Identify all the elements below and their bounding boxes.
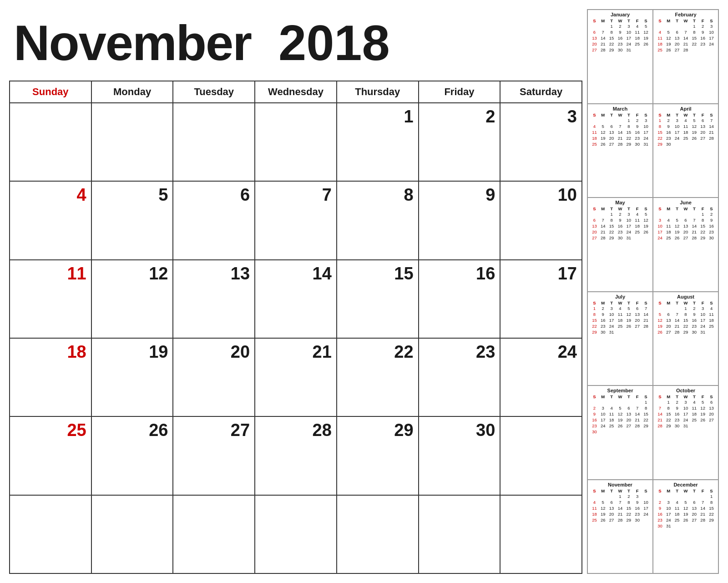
mini-col-header: S bbox=[642, 300, 650, 305]
mini-day bbox=[707, 47, 716, 53]
mini-day: 15 bbox=[707, 505, 716, 511]
mini-day bbox=[682, 23, 690, 29]
mini-day: 18 bbox=[633, 35, 642, 41]
day-number: 8 bbox=[404, 185, 413, 205]
mini-day: 29 bbox=[607, 235, 616, 241]
mini-day: 15 bbox=[656, 129, 664, 135]
mini-day: 19 bbox=[673, 229, 682, 235]
mini-col-header: S bbox=[642, 488, 650, 493]
mini-day: 27 bbox=[664, 329, 673, 335]
mini-cal-april: AprilSMTWTFS1234567891011121314151617181… bbox=[653, 104, 718, 198]
day-cell: 14 bbox=[255, 260, 337, 338]
mini-cal-title: May bbox=[590, 200, 650, 205]
mini-day: 12 bbox=[599, 129, 607, 135]
mini-day: 9 bbox=[616, 29, 625, 35]
mini-day: 22 bbox=[682, 323, 690, 329]
mini-col-header: T bbox=[673, 18, 682, 23]
mini-col-header: T bbox=[690, 394, 698, 399]
mini-day: 10 bbox=[664, 505, 673, 511]
week-row-2: 45678910 bbox=[10, 182, 582, 260]
mini-day: 7 bbox=[633, 405, 642, 411]
day-number: 0 bbox=[158, 107, 168, 127]
mini-cal-title: July bbox=[590, 294, 650, 299]
day-cell: 5 bbox=[92, 182, 174, 259]
mini-cal-september: SeptemberSMTWTFS123456789101112131415161… bbox=[587, 385, 653, 480]
mini-day: 23 bbox=[690, 323, 698, 329]
mini-day bbox=[599, 493, 607, 499]
day-cell: 24 bbox=[500, 339, 582, 416]
mini-cal-may: MaySMTWTFS123456789101112131415161718192… bbox=[587, 198, 653, 292]
mini-day: 27 bbox=[590, 235, 599, 241]
mini-day: 5 bbox=[664, 29, 673, 35]
mini-day: 13 bbox=[664, 317, 673, 323]
mini-day: 27 bbox=[698, 135, 707, 141]
day-number: 0 bbox=[404, 499, 413, 519]
mini-day: 6 bbox=[682, 217, 690, 223]
mini-day: 10 bbox=[624, 217, 633, 223]
mini-cal-grid: SMTWTFS123456789101112131415161718192021… bbox=[656, 488, 716, 529]
mini-day: 7 bbox=[616, 123, 625, 129]
mini-col-header: S bbox=[656, 488, 664, 493]
mini-day: 24 bbox=[624, 41, 633, 47]
mini-day: 20 bbox=[664, 323, 673, 329]
mini-day bbox=[682, 211, 690, 217]
mini-col-header: F bbox=[698, 18, 707, 23]
mini-day: 18 bbox=[633, 223, 642, 229]
mini-day: 28 bbox=[599, 235, 607, 241]
day-cell: 9 bbox=[419, 182, 501, 259]
mini-day: 10 bbox=[642, 123, 650, 129]
mini-cal-title: December bbox=[656, 482, 716, 487]
mini-cal-title: October bbox=[656, 388, 716, 393]
mini-day bbox=[633, 429, 642, 435]
mini-day: 27 bbox=[707, 417, 716, 423]
mini-day: 30 bbox=[616, 47, 625, 53]
mini-day: 26 bbox=[599, 141, 607, 147]
mini-col-header: S bbox=[656, 300, 664, 305]
mini-day: 17 bbox=[656, 229, 664, 235]
mini-day: 18 bbox=[616, 317, 625, 323]
mini-day: 23 bbox=[590, 423, 599, 429]
day-number: 22 bbox=[394, 342, 413, 362]
mini-day: 4 bbox=[664, 217, 673, 223]
mini-day: 18 bbox=[664, 229, 673, 235]
mini-day: 2 bbox=[673, 399, 682, 405]
day-cell: 0 bbox=[337, 496, 419, 573]
mini-day: 21 bbox=[642, 317, 650, 323]
mini-day bbox=[642, 493, 650, 499]
mini-day bbox=[664, 305, 673, 311]
mini-day: 30 bbox=[633, 517, 642, 523]
mini-day: 8 bbox=[607, 217, 616, 223]
mini-day: 1 bbox=[607, 23, 616, 29]
mini-day bbox=[673, 523, 682, 529]
mini-day: 31 bbox=[624, 47, 633, 53]
day-number: 29 bbox=[394, 421, 413, 440]
mini-col-header: S bbox=[642, 18, 650, 23]
mini-day: 17 bbox=[698, 317, 707, 323]
mini-day: 25 bbox=[633, 229, 642, 235]
mini-col-header: T bbox=[673, 488, 682, 493]
day-number: 20 bbox=[231, 342, 250, 362]
mini-day: 15 bbox=[590, 317, 599, 323]
mini-day: 19 bbox=[664, 41, 673, 47]
mini-cal-title: March bbox=[590, 106, 650, 112]
mini-day: 1 bbox=[707, 493, 716, 499]
mini-day: 16 bbox=[633, 129, 642, 135]
mini-day: 12 bbox=[624, 311, 633, 317]
mini-day: 24 bbox=[707, 41, 716, 47]
mini-day: 19 bbox=[642, 35, 650, 41]
mini-col-header: M bbox=[599, 112, 607, 117]
mini-day: 24 bbox=[607, 323, 616, 329]
mini-cal-grid: SMTWTFS123456789101112131415161718192021… bbox=[656, 300, 716, 335]
mini-day: 19 bbox=[698, 411, 707, 417]
mini-day bbox=[656, 211, 664, 217]
mini-day: 30 bbox=[656, 523, 664, 529]
mini-day: 19 bbox=[624, 317, 633, 323]
mini-day bbox=[656, 23, 664, 29]
mini-col-header: F bbox=[698, 206, 707, 211]
mini-day: 18 bbox=[690, 411, 698, 417]
day-header-monday: Monday bbox=[92, 81, 174, 102]
mini-day: 30 bbox=[599, 329, 607, 335]
mini-col-header: W bbox=[682, 394, 690, 399]
mini-day: 1 bbox=[664, 399, 673, 405]
mini-day: 1 bbox=[624, 117, 633, 123]
